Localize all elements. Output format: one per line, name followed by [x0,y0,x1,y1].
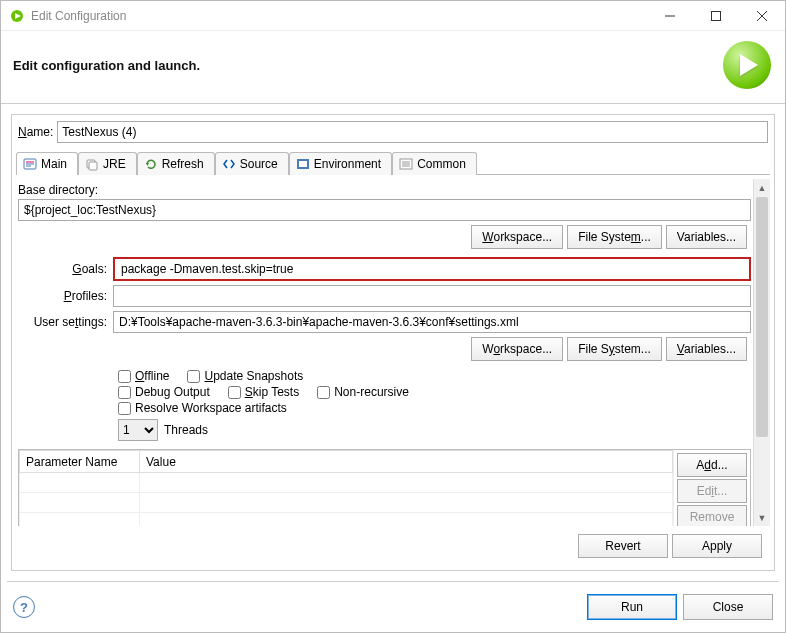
source-tab-icon [222,157,236,171]
tab-jre[interactable]: JRE [78,152,137,175]
threads-label: Threads [164,423,208,437]
run-hero-icon [723,41,771,89]
titlebar: Edit Configuration [1,1,785,31]
tab-label: Environment [314,157,381,171]
tab-main[interactable]: Main [16,152,78,175]
tab-common[interactable]: Common [392,152,477,175]
app-icon [9,8,25,24]
user-settings-input[interactable] [113,311,751,333]
goals-label: Goals: [18,262,113,276]
base-directory-label: Base directory: [18,183,751,197]
tab-label: Common [417,157,466,171]
environment-tab-icon [296,157,310,171]
tab-label: Refresh [162,157,204,171]
vertical-scrollbar[interactable]: ▲ ▼ [753,179,770,526]
svg-rect-11 [89,162,97,170]
jre-tab-icon [85,157,99,171]
file-system-button-2[interactable]: File System... [567,337,662,361]
goals-highlight-box [113,257,751,281]
offline-checkbox[interactable]: Offline [118,369,169,383]
tab-environment[interactable]: Environment [289,152,392,175]
edit-button: Edit... [677,479,747,503]
svg-rect-14 [299,161,307,167]
goals-input[interactable] [116,260,748,278]
profiles-input[interactable] [113,285,751,307]
minimize-button[interactable] [647,1,693,31]
scroll-up-arrow[interactable]: ▲ [754,179,770,196]
close-button[interactable]: Close [683,594,773,620]
tabstrip: Main JRE Refresh Source Environment Comm… [16,151,770,175]
name-input[interactable] [57,121,768,143]
skip-tests-checkbox[interactable]: Skip Tests [228,385,299,399]
apply-button[interactable]: Apply [672,534,762,558]
common-tab-icon [399,157,413,171]
tab-label: Main [41,157,67,171]
scrollbar-thumb[interactable] [756,197,768,437]
tab-label: Source [240,157,278,171]
scroll-down-arrow[interactable]: ▼ [754,509,770,526]
dialog-heading: Edit configuration and launch. [13,58,200,73]
file-system-button-1[interactable]: File System... [567,225,662,249]
non-recursive-checkbox[interactable]: Non-recursive [317,385,409,399]
window-title: Edit Configuration [31,9,647,23]
workspace-button-2[interactable]: Workspace... [471,337,563,361]
add-button[interactable]: Add... [677,453,747,477]
col-value[interactable]: Value [140,451,673,473]
profiles-label: Profiles: [18,289,113,303]
threads-select[interactable]: 1 [118,419,158,441]
update-snapshots-checkbox[interactable]: Update Snapshots [187,369,303,383]
run-button[interactable]: Run [587,594,677,620]
tab-source[interactable]: Source [215,152,289,175]
debug-output-checkbox[interactable]: Debug Output [118,385,210,399]
variables-button-2[interactable]: Variables... [666,337,747,361]
tab-refresh[interactable]: Refresh [137,152,215,175]
col-parameter-name[interactable]: Parameter Name [20,451,140,473]
svg-rect-3 [712,11,721,20]
tab-label: JRE [103,157,126,171]
svg-marker-12 [146,163,149,166]
close-window-button[interactable] [739,1,785,31]
variables-button-1[interactable]: Variables... [666,225,747,249]
table-row[interactable] [20,473,673,493]
table-row[interactable] [20,513,673,527]
remove-button: Remove [677,505,747,526]
base-directory-input[interactable] [18,199,751,221]
parameter-table: Parameter Name Value Add... Edit... Remo… [18,449,751,526]
refresh-tab-icon [144,157,158,171]
revert-button[interactable]: Revert [578,534,668,558]
table-row[interactable] [20,493,673,513]
user-settings-label: User settings: [18,315,113,329]
dialog-header: Edit configuration and launch. [1,31,785,104]
resolve-workspace-checkbox[interactable]: Resolve Workspace artifacts [118,401,751,415]
name-label: Name: [18,125,53,139]
maximize-button[interactable] [693,1,739,31]
workspace-button-1[interactable]: Workspace... [471,225,563,249]
main-tab-icon [23,157,37,171]
help-icon[interactable]: ? [13,596,35,618]
